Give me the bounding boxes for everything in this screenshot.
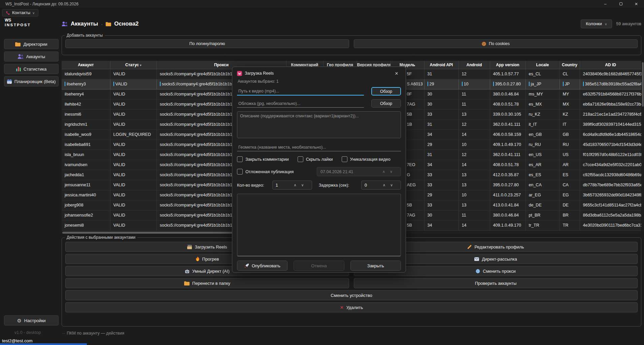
cell-status[interactable]: VALID <box>110 200 157 210</box>
cell-android_api[interactable]: 29 <box>424 190 459 200</box>
cell-app_version[interactable]: 380.0.0.46.84 <box>490 210 526 220</box>
cell-account[interactable]: jessica.martini40 <box>62 190 110 200</box>
cell-android_api[interactable]: 34 <box>424 129 459 140</box>
cell-locale[interactable]: pt_BR <box>526 210 560 220</box>
cell-locale[interactable]: ru_KZ <box>526 109 560 119</box>
cell-android_api[interactable]: 31 <box>424 150 459 160</box>
cell-app_version[interactable]: 413.0.0.41.84 <box>490 200 526 210</box>
cell-country[interactable]: RU <box>560 140 580 150</box>
cell-app_version[interactable]: 362.0.0.41.111 <box>490 119 526 129</box>
video-path-input[interactable] <box>237 87 364 95</box>
action-button-folder[interactable]: Перенести в папку <box>65 278 349 288</box>
browse-video-button[interactable]: Обзор <box>371 87 401 95</box>
column-header[interactable]: Android API <box>424 61 459 69</box>
option-checkbox-2[interactable]: Уникализация видео <box>342 156 391 162</box>
column-header[interactable]: Country <box>560 61 580 69</box>
cell-country[interactable]: JP <box>560 79 580 89</box>
cell-android_api[interactable]: 31 <box>424 119 459 129</box>
sidebar-item-calendar[interactable]: Планировщик (Beta) <box>4 76 59 86</box>
column-header[interactable]: Статус▾ <box>110 61 157 69</box>
sidebar-item-folder[interactable]: Директории <box>4 39 59 49</box>
cell-account[interactable]: jonesemi8 <box>62 220 110 230</box>
vertical-scrollbar-thumb[interactable] <box>642 62 644 107</box>
cell-account[interactable]: isabelle_woo9 <box>62 129 110 140</box>
cell-android_api[interactable]: 34 <box>424 220 459 230</box>
cell-country[interactable]: EG <box>560 190 580 200</box>
cell-account[interactable]: ilwhite42 <box>62 99 110 109</box>
cell-account[interactable]: isabelleba691 <box>62 140 110 150</box>
cell-status[interactable]: VALID <box>110 89 157 99</box>
cell-account[interactable]: ilsehenry4 <box>62 89 110 99</box>
cell-ad_id[interactable]: 45d1837065071b4cf1543d3d4e98 <box>580 140 641 150</box>
option-checkbox-0[interactable]: Закрыть комментарии <box>237 156 289 162</box>
cell-android[interactable]: 14 <box>459 220 490 230</box>
cell-locale[interactable]: en_CA <box>526 180 560 190</box>
settings-button[interactable]: ⚙ Настройки <box>4 315 59 325</box>
minimize-button[interactable]: – <box>598 0 613 8</box>
cell-ad_id[interactable]: f010f2957d0c48b5122e11cd03f51 <box>580 150 641 160</box>
cell-account[interactable]: jachedda1 <box>62 170 110 180</box>
maximize-button[interactable] <box>613 0 629 8</box>
cell-status[interactable]: VALID <box>110 99 157 109</box>
cover-path-input[interactable] <box>237 100 364 108</box>
cell-country[interactable]: GB <box>560 129 580 140</box>
contacts-menu-button[interactable]: Контакты ∨ <box>2 9 38 16</box>
cell-country[interactable]: AR <box>560 160 580 170</box>
scheduled-datetime-picker[interactable]: 07.04.2026 21:41 ∧∨ <box>317 167 401 176</box>
cell-app_version[interactable]: 395.0.0.27.80 <box>490 79 526 89</box>
action-button-change-device[interactable]: Сменить устройство <box>65 290 638 300</box>
description-textarea[interactable] <box>237 111 401 138</box>
close-button[interactable]: ✕ <box>629 0 644 8</box>
dialog-close-button[interactable]: Закрыть <box>350 261 401 271</box>
cell-app_version[interactable]: 362.0.0.41.111 <box>490 150 526 160</box>
action-button-delete[interactable]: ✕Удалить <box>65 302 638 312</box>
cell-status[interactable]: VALID <box>110 150 157 160</box>
spinner-arrows-icon[interactable]: ∧∨ <box>383 183 398 187</box>
vertical-scrollbar[interactable] <box>642 61 644 231</box>
cell-locale[interactable]: en_US <box>526 150 560 160</box>
cell-android_api[interactable]: 30 <box>424 99 459 109</box>
cell-country[interactable]: CA <box>560 180 580 190</box>
scheduled-publish-checkbox[interactable]: Отложенная публикация <box>237 169 294 175</box>
cell-android_api[interactable]: 30 <box>424 89 459 99</box>
column-header[interactable]: Аккаунт <box>62 61 110 69</box>
cell-android[interactable]: 13 <box>459 170 490 180</box>
cell-locale[interactable]: es_ES <box>526 170 560 180</box>
cell-app_version[interactable]: 405.1.0.57.77 <box>490 69 526 79</box>
cell-app_version[interactable]: 409.1.0.49.170 <box>490 140 526 150</box>
cell-locale[interactable]: ja_JP <box>526 79 560 89</box>
cell-status[interactable]: LOGIN_REQUIRED <box>110 129 157 140</box>
column-header[interactable]: AD ID <box>580 61 641 69</box>
cell-android[interactable]: 11 <box>459 89 490 99</box>
cell-status[interactable]: VALID <box>110 180 157 190</box>
cell-app_version[interactable]: 406.0.0.58.159 <box>490 129 526 140</box>
cell-android[interactable]: 11 <box>459 210 490 220</box>
cell-app_version[interactable]: 411.0.0.23.257 <box>490 190 526 200</box>
cell-account[interactable]: jensusanne11 <box>62 180 110 190</box>
cell-ad_id[interactable]: 3b6573265932dd90d1842349f8e <box>580 190 641 200</box>
cell-account[interactable]: isla_bruun <box>62 150 110 160</box>
cell-country[interactable]: IT <box>560 119 580 129</box>
cell-locale[interactable]: de_DE <box>526 200 560 210</box>
cell-status[interactable]: VALID <box>110 119 157 129</box>
cell-app_version[interactable]: 408.0.0.51.78 <box>490 160 526 170</box>
cell-account[interactable]: ilsehenry3 <box>62 79 110 89</box>
cell-android[interactable]: 12 <box>459 150 490 160</box>
cell-locale[interactable]: es_CL <box>526 69 560 79</box>
cell-country[interactable]: KZ <box>560 109 580 119</box>
cell-country[interactable]: ES <box>560 170 580 180</box>
cell-android[interactable]: 14 <box>459 160 490 170</box>
cell-ad_id[interactable]: 385e517d8b3918bc55ad2f8a4938 <box>580 79 641 89</box>
cell-country[interactable]: DE <box>560 200 580 210</box>
cell-status[interactable]: VALID <box>110 140 157 150</box>
cell-app_version[interactable]: 408.0.0.51.78 <box>490 99 526 109</box>
cell-account[interactable]: idalundqvist59 <box>62 69 110 79</box>
cell-android[interactable]: 13 <box>459 180 490 190</box>
cell-status[interactable]: VALID <box>110 109 157 119</box>
cell-ad_id[interactable]: 86d3dba6112c5e5a2a5da198badl <box>580 210 641 220</box>
cell-locale[interactable]: es_AR <box>526 160 560 170</box>
video-count-stepper[interactable]: 1 ∧∨ <box>272 181 312 190</box>
cell-android_api[interactable]: 33 <box>424 170 459 180</box>
cell-android[interactable]: 12 <box>459 119 490 129</box>
cell-android[interactable]: 11 <box>459 99 490 109</box>
